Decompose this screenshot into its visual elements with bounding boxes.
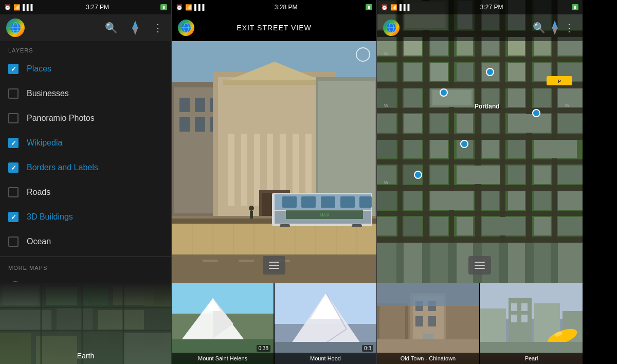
panel-street-view: ⏰ 📶 ▌▌▌ 3:28 PM ▮ EXIT STREET VIEW — [171, 0, 377, 364]
svg-rect-34 — [195, 98, 205, 112]
alarm-icon-2: ⏰ — [176, 4, 183, 11]
app-logo — [6, 19, 25, 37]
layer-item-businesses[interactable]: Businesses — [0, 81, 171, 106]
layer-item-borders[interactable]: Borders and Labels — [0, 155, 171, 180]
checkbox-borders[interactable] — [8, 162, 19, 173]
thumbnail-old-town-chinatown[interactable]: Old Town - Chinatown — [377, 283, 479, 364]
svg-point-3 — [14, 24, 16, 26]
layer-item-wikipedia[interactable]: Wikipedia — [0, 131, 171, 155]
checkbox-places[interactable] — [8, 64, 19, 74]
search-icon-3[interactable]: 🔍 — [531, 20, 548, 36]
layer-item-ocean[interactable]: Ocean — [0, 229, 171, 254]
layer-item-panoramio[interactable]: Panoramio Photos — [0, 106, 171, 131]
aerial-menu-button[interactable] — [468, 256, 491, 275]
status-bar-2: ⏰ 📶 ▌▌▌ 3:28 PM ▮ — [172, 0, 376, 14]
layer-label-buildings: 3D Buildings — [27, 212, 73, 222]
layer-label-borders: Borders and Labels — [27, 163, 98, 172]
street-view-menu-button[interactable] — [263, 256, 285, 275]
svg-point-203 — [414, 171, 422, 178]
portland-city-label: Portland — [475, 103, 500, 110]
status-left-2: ⏰ 📶 ▌▌▌ — [176, 4, 206, 11]
svg-rect-78 — [352, 224, 362, 227]
battery-icon-3: ▮ — [572, 4, 578, 10]
svg-rect-80 — [250, 211, 253, 219]
street-scene-svg: MAX — [172, 41, 377, 283]
svg-rect-77 — [280, 224, 290, 227]
layer-item-roads[interactable]: Roads — [0, 180, 171, 205]
status-icons-right: ▮ — [160, 4, 167, 10]
portland-aerial-svg: W W W W P — [377, 0, 583, 283]
svg-rect-71 — [301, 196, 316, 208]
search-icon[interactable]: 🔍 — [103, 20, 120, 36]
thumbnail-duration-1: 0:38 — [257, 345, 270, 352]
mount-hood-svg — [275, 283, 376, 353]
compass-circle — [356, 47, 370, 62]
status-bar-1: ⏰ 📶 ▌▌▌ 3:27 PM ▮ — [0, 0, 171, 14]
hamburger-line-1 — [269, 262, 279, 263]
app-toolbar-1: 🔍 ⋮ — [0, 14, 171, 41]
layer-item-places[interactable]: Places — [0, 57, 171, 81]
svg-rect-49 — [223, 80, 326, 85]
old-town-svg — [377, 283, 479, 353]
svg-rect-198 — [377, 0, 583, 283]
thumbnail-image-pearl — [480, 283, 583, 364]
thumbnail-mount-hood[interactable]: 0:3 Mount Hood — [274, 283, 376, 364]
thumbnail-image-2 — [275, 283, 376, 364]
svg-rect-74 — [359, 196, 372, 208]
checkbox-roads[interactable] — [8, 187, 19, 197]
svg-text:W: W — [384, 51, 389, 57]
alarm-icon: ⏰ — [4, 4, 11, 11]
svg-point-200 — [486, 68, 494, 76]
wifi-icon-2: 📶 — [185, 4, 192, 11]
menu-icon[interactable]: ⋮ — [151, 20, 165, 36]
status-time-3: 3:27 PM — [480, 4, 503, 11]
panel-layers: ⏰ 📶 ▌▌▌ 3:27 PM ▮ 🔍 ⋮ LAYER — [0, 0, 171, 364]
aerial-view-canvas[interactable]: W W W W P Portland — [377, 0, 583, 283]
layer-label-wikipedia: Wikipedia — [27, 138, 62, 148]
wifi-icon-3: 📶 — [390, 4, 397, 11]
checkbox-wikipedia[interactable] — [8, 138, 19, 148]
svg-rect-82 — [203, 260, 218, 262]
panel-aerial-map: ⏰ 📶 ▌▌▌ 3:27 PM ▮ 🔍 ⋮ — [377, 0, 583, 364]
hamburger-line-p3-3 — [475, 268, 485, 269]
svg-text:MAX: MAX — [319, 212, 330, 217]
north-arrow-down — [132, 27, 138, 35]
exit-street-view-label[interactable]: EXIT STREET VIEW — [237, 24, 311, 32]
svg-point-79 — [249, 206, 254, 211]
street-view-toolbar: EXIT STREET VIEW — [172, 14, 376, 41]
svg-rect-236 — [480, 342, 583, 353]
svg-point-201 — [533, 110, 540, 117]
app-logo-2 — [178, 20, 194, 36]
layers-header: LAYERS — [0, 41, 171, 57]
menu-icon-3[interactable]: ⋮ — [562, 20, 576, 36]
svg-rect-83 — [239, 260, 254, 262]
app-logo-3 — [383, 20, 400, 36]
svg-rect-73 — [340, 196, 355, 208]
svg-rect-232 — [511, 315, 517, 322]
thumbnail-mount-saint-helens[interactable]: 0:38 Mount Saint Helens — [172, 283, 274, 364]
signal-icon: ▌▌▌ — [23, 4, 34, 10]
north-indicator-3 — [548, 21, 562, 35]
checkbox-buildings[interactable] — [8, 212, 19, 222]
svg-point-199 — [440, 89, 447, 96]
checkbox-businesses[interactable] — [8, 88, 19, 99]
thumbnail-label-1: Mount Saint Helens — [172, 353, 274, 364]
panel3-thumbnails-row: Old Town - Chinatown — [377, 283, 583, 364]
layer-label-places: Places — [27, 64, 51, 74]
svg-rect-230 — [511, 303, 517, 311]
checkbox-ocean[interactable] — [8, 236, 19, 247]
status-icons-left: ⏰ 📶 ▌▌▌ — [4, 4, 34, 11]
thumbnails-row-2: 0:38 Mount Saint Helens 0:3 — [172, 283, 376, 364]
hamburger-line-2 — [269, 265, 279, 266]
svg-rect-223 — [377, 283, 479, 306]
svg-rect-231 — [521, 303, 528, 311]
status-time-1: 3:27 PM — [86, 4, 109, 11]
layer-item-buildings[interactable]: 3D Buildings — [0, 205, 171, 229]
svg-text:W: W — [565, 103, 570, 108]
svg-rect-233 — [521, 315, 528, 322]
checkbox-panoramio[interactable] — [8, 113, 19, 123]
signal-icon-2: ▌▌▌ — [194, 4, 206, 10]
thumbnail-pearl[interactable]: Pearl — [479, 283, 583, 364]
street-view-scene[interactable]: MAX — [172, 41, 376, 283]
hamburger-line-p3-1 — [475, 262, 485, 263]
